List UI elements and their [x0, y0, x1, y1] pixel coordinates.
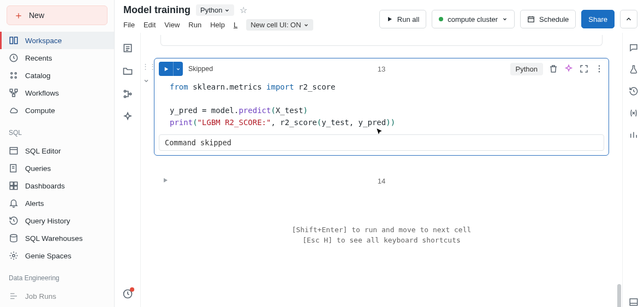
calendar-icon	[527, 15, 535, 23]
sidebar-item-alerts[interactable]: Alerts	[0, 194, 114, 212]
left-sidebar: ＋ New Workspace Recents Catalog Workflow…	[0, 0, 115, 307]
bell-icon	[9, 198, 19, 208]
svg-rect-27	[630, 299, 637, 305]
sidebar-item-dashboards[interactable]: Dashboards	[0, 177, 114, 194]
cell-14[interactable]: 14	[154, 169, 609, 205]
svg-rect-1	[15, 37, 17, 44]
menu-edit[interactable]: Edit	[144, 21, 156, 29]
main-area: Model training Python ☆ File Edit View R…	[115, 0, 644, 307]
sidebar-item-recents[interactable]: Recents	[0, 49, 114, 67]
svg-rect-7	[10, 89, 13, 92]
new-button[interactable]: ＋ New	[7, 5, 108, 25]
svg-rect-9	[13, 94, 15, 97]
notebook-title[interactable]: Model training	[123, 4, 190, 16]
svg-rect-8	[15, 89, 17, 92]
history-icon	[9, 216, 19, 226]
de-nav: Job Runs	[0, 285, 114, 307]
sqleditor-icon	[9, 146, 19, 156]
newcell-label: New cell UI: ON	[251, 21, 301, 29]
expand-caret-icon[interactable]	[143, 78, 150, 84]
svg-rect-12	[10, 182, 13, 185]
share-button[interactable]: Share	[581, 10, 615, 28]
run-cell-button[interactable]	[162, 177, 169, 184]
favorite-star-icon[interactable]: ☆	[240, 5, 247, 15]
warehouse-icon	[9, 233, 19, 243]
topbar: Model training Python ☆ File Edit View R…	[115, 0, 644, 33]
jobruns-icon	[9, 291, 19, 301]
primary-nav: Workspace Recents Catalog Workflows Comp…	[0, 29, 114, 121]
sql-section-label: SQL	[0, 121, 114, 140]
menu-view[interactable]: View	[164, 21, 180, 29]
cell-language-chip[interactable]: Python	[510, 63, 543, 75]
sidebar-item-sql-editor[interactable]: SQL Editor	[0, 142, 114, 160]
catalog-icon	[9, 70, 19, 80]
svg-point-17	[13, 255, 15, 257]
svg-point-24	[599, 66, 600, 67]
bottom-panel-icon[interactable]	[629, 297, 639, 307]
delete-icon[interactable]	[548, 64, 558, 74]
sidebar-item-workflows[interactable]: Workflows	[0, 84, 114, 102]
last-edit-info[interactable]: L	[234, 21, 237, 29]
cluster-selector[interactable]: compute cluster	[432, 10, 515, 28]
svg-rect-13	[14, 182, 17, 185]
comments-icon[interactable]	[629, 43, 639, 52]
play-icon	[386, 16, 393, 22]
svg-point-25	[599, 68, 600, 69]
left-gutter	[115, 33, 141, 307]
cell-13: ⋮⋮ Skipped 13 Python	[154, 58, 609, 156]
collapse-panel-button[interactable]	[620, 10, 637, 28]
menu-run[interactable]: Run	[188, 21, 201, 29]
sidebar-item-label: SQL Warehouses	[25, 234, 83, 243]
run-all-button[interactable]: Run all	[379, 10, 426, 28]
menu-help[interactable]: Help	[210, 21, 225, 29]
sidebar-item-label: SQL Editor	[25, 147, 61, 155]
sidebar-item-label: Dashboards	[25, 182, 65, 190]
schema-icon[interactable]	[122, 88, 133, 99]
ai-assist-icon[interactable]	[564, 64, 574, 74]
folder-icon[interactable]	[122, 66, 133, 76]
svg-point-22	[129, 93, 131, 95]
sidebar-item-genie[interactable]: Genie Spaces	[0, 247, 114, 264]
revisions-icon[interactable]	[629, 86, 639, 96]
variables-icon[interactable]	[629, 108, 639, 118]
sidebar-item-query-history[interactable]: Query History	[0, 212, 114, 229]
language-selector[interactable]: Python	[196, 4, 234, 16]
experiments-icon[interactable]	[629, 64, 639, 74]
scrollbar[interactable]	[617, 284, 621, 307]
right-rail	[622, 33, 644, 307]
sidebar-item-workspace[interactable]: Workspace	[0, 32, 114, 49]
dashboard-icon[interactable]	[629, 130, 639, 140]
sidebar-item-queries[interactable]: Queries	[0, 160, 114, 177]
svg-rect-18	[528, 17, 534, 22]
code-editor[interactable]: from sklearn.metrics import r2_score y_p…	[154, 79, 609, 132]
run-cell-button[interactable]	[159, 62, 173, 76]
assistant-icon[interactable]	[122, 288, 133, 299]
sidebar-item-catalog[interactable]: Catalog	[0, 67, 114, 84]
newcell-ui-toggle[interactable]: New cell UI: ON	[246, 19, 313, 31]
svg-point-16	[10, 234, 17, 237]
sidebar-item-job-runs[interactable]: Job Runs	[0, 287, 114, 305]
more-icon[interactable]	[594, 64, 604, 74]
schedule-button[interactable]: Schedule	[520, 10, 576, 28]
previous-cell-collapsed[interactable]	[160, 35, 603, 46]
svg-rect-10	[10, 147, 17, 154]
menu-file[interactable]: File	[123, 21, 135, 29]
chevron-down-icon	[176, 67, 181, 72]
sparkle-icon[interactable]	[122, 111, 133, 122]
sidebar-item-label: Alerts	[25, 199, 44, 208]
queries-icon	[9, 163, 19, 173]
workspace-icon	[9, 36, 19, 45]
sidebar-item-compute[interactable]: Compute	[0, 102, 114, 119]
fullscreen-icon[interactable]	[579, 64, 589, 74]
play-icon	[162, 177, 169, 184]
run-cell-dropdown[interactable]	[173, 62, 183, 76]
chevron-up-icon	[625, 15, 633, 23]
sidebar-item-sql-warehouses[interactable]: SQL Warehouses	[0, 229, 114, 247]
de-section-label: Data Engineering	[0, 267, 114, 285]
toc-icon[interactable]	[122, 43, 133, 54]
cluster-label: compute cluster	[448, 15, 498, 23]
sidebar-item-label: Workspace	[25, 37, 62, 45]
svg-point-20	[124, 90, 126, 92]
sidebar-item-label: Job Runs	[25, 292, 56, 300]
sidebar-item-label: Genie Spaces	[25, 252, 71, 260]
